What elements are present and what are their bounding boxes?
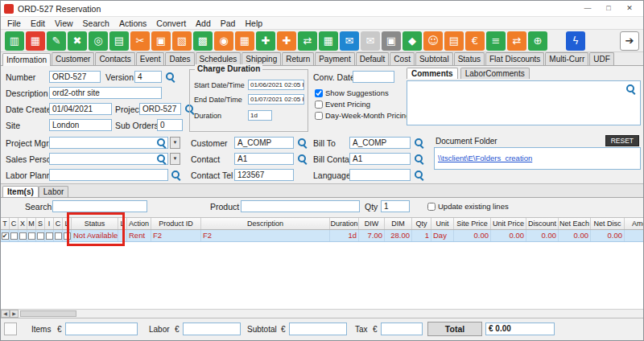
column-header[interactable]: X bbox=[19, 218, 27, 229]
main-tab[interactable]: Schedules bbox=[196, 52, 242, 65]
main-tab[interactable]: Shipping bbox=[242, 52, 281, 65]
language-field[interactable] bbox=[349, 169, 411, 181]
row-cell[interactable]: 0.00 bbox=[559, 230, 591, 241]
pricing-option[interactable]: Day-Week-Month Pricing bbox=[315, 111, 410, 120]
comments-search-icon[interactable] bbox=[625, 84, 636, 94]
sales-person-field[interactable] bbox=[49, 153, 168, 165]
main-tab[interactable]: Dates bbox=[165, 52, 194, 65]
exit-icon[interactable]: ➔ bbox=[620, 31, 639, 51]
row-checkbox[interactable] bbox=[46, 232, 53, 240]
row-checkbox[interactable] bbox=[55, 232, 62, 240]
date-created-field[interactable]: 01/04/2021 bbox=[49, 103, 112, 115]
pricing-option[interactable]: Event Pricing bbox=[315, 100, 410, 109]
main-tab[interactable]: Customer bbox=[52, 52, 94, 65]
row-checkbox[interactable] bbox=[19, 232, 27, 240]
close-button[interactable]: ✕ bbox=[619, 2, 640, 15]
number-field[interactable]: ORD-527 bbox=[49, 71, 101, 83]
item-tab[interactable]: Labor bbox=[39, 186, 69, 197]
grid-icon[interactable]: ▦ bbox=[319, 31, 338, 51]
row-cell[interactable]: 0.00 bbox=[491, 230, 526, 241]
conv-date-field[interactable] bbox=[353, 71, 394, 83]
items-total-field[interactable] bbox=[65, 323, 138, 335]
sales-person-search-icon[interactable] bbox=[156, 154, 167, 164]
maximize-button[interactable]: □ bbox=[598, 2, 619, 15]
column-header[interactable]: L bbox=[63, 218, 72, 229]
labor-planner-field[interactable] bbox=[49, 169, 168, 181]
document-folder-link[interactable]: \\tsclient\E\Folders_creation bbox=[438, 154, 532, 162]
labor-planner-search-icon[interactable] bbox=[171, 170, 181, 180]
row-cell[interactable]: 1 bbox=[412, 230, 431, 241]
calendar-icon[interactable]: ▦ bbox=[26, 31, 45, 51]
main-tab[interactable]: Flat Discounts bbox=[485, 52, 544, 65]
expand-icon[interactable]: ⇄ bbox=[298, 31, 317, 51]
comments-tab[interactable]: LaborComments bbox=[460, 68, 530, 79]
row-cell[interactable]: Day bbox=[431, 230, 454, 241]
table-row[interactable]: ✔ bbox=[1, 230, 643, 242]
row-checkbox[interactable] bbox=[64, 232, 71, 240]
minimize-button[interactable]: — bbox=[577, 2, 598, 15]
customer-search-icon[interactable] bbox=[297, 138, 308, 148]
item-tab[interactable]: Item(s) bbox=[2, 186, 39, 197]
row-check-cell[interactable] bbox=[63, 230, 72, 241]
chat-icon[interactable]: ✉ bbox=[340, 31, 359, 51]
horizontal-scrollbar[interactable]: ◀ ▶ bbox=[1, 309, 643, 318]
column-header[interactable]: Unit Price bbox=[491, 218, 526, 229]
column-header[interactable]: DIM bbox=[385, 218, 412, 229]
menu-item[interactable]: View bbox=[50, 18, 78, 29]
smiley-icon[interactable]: ☺ bbox=[423, 31, 443, 51]
row-cell[interactable]: 0.00 bbox=[591, 230, 625, 241]
copy-icon[interactable]: ▣ bbox=[151, 31, 171, 51]
row-check-cell[interactable] bbox=[36, 230, 45, 241]
lightning-icon[interactable]: ϟ bbox=[566, 31, 585, 51]
cart-add-icon[interactable]: ✚ bbox=[277, 31, 296, 51]
column-header[interactable]: L bbox=[118, 218, 127, 229]
column-header[interactable]: Amount bbox=[625, 218, 643, 229]
row-cell[interactable] bbox=[118, 230, 127, 241]
save-icon[interactable]: ▥ bbox=[5, 31, 24, 51]
item-search-field[interactable] bbox=[52, 200, 147, 212]
contact-field[interactable]: A1 bbox=[234, 153, 294, 165]
row-cell[interactable]: Rent bbox=[127, 230, 151, 241]
column-header[interactable]: Unit bbox=[431, 218, 454, 229]
preview-document-icon[interactable]: ▤ bbox=[109, 31, 129, 51]
bill-to-search-icon[interactable] bbox=[414, 138, 424, 148]
calculator-icon[interactable]: ≡ bbox=[486, 31, 506, 51]
column-header[interactable]: C bbox=[54, 218, 63, 229]
column-header[interactable]: I bbox=[45, 218, 54, 229]
row-check-cell[interactable] bbox=[45, 230, 54, 241]
column-header[interactable]: Duration bbox=[330, 218, 359, 229]
comments-textarea[interactable] bbox=[407, 80, 641, 125]
total-button[interactable]: Total bbox=[427, 322, 482, 336]
main-tab[interactable]: Multi-Curr bbox=[545, 52, 588, 65]
column-header[interactable]: M bbox=[27, 218, 36, 229]
pricing-option[interactable]: Show Suggestions bbox=[315, 88, 410, 97]
subtotal-field[interactable] bbox=[289, 323, 347, 335]
menu-item[interactable]: Actions bbox=[114, 18, 151, 29]
menu-item[interactable]: Help bbox=[240, 18, 267, 29]
row-cell[interactable]: Not Available bbox=[72, 230, 118, 241]
transfer-icon[interactable]: ⇄ bbox=[507, 31, 526, 51]
search-icon[interactable]: ◎ bbox=[89, 31, 108, 51]
row-checkbox[interactable] bbox=[10, 232, 18, 240]
column-header[interactable]: Net Each bbox=[559, 218, 591, 229]
column-header[interactable]: Discount bbox=[526, 218, 559, 229]
menu-item[interactable]: File bbox=[2, 18, 26, 29]
cart-icon[interactable]: ✚ bbox=[256, 31, 275, 51]
column-header[interactable]: Qty bbox=[412, 218, 431, 229]
row-check-cell[interactable] bbox=[19, 230, 27, 241]
pricing-option-checkbox[interactable] bbox=[315, 89, 323, 97]
row-check-cell[interactable] bbox=[54, 230, 63, 241]
bill-contact-search-icon[interactable] bbox=[414, 154, 424, 164]
column-header[interactable]: T bbox=[1, 218, 10, 229]
column-header[interactable]: Product ID bbox=[151, 218, 201, 229]
paste-icon[interactable]: ▧ bbox=[172, 31, 192, 51]
main-tab[interactable]: Contacts bbox=[95, 52, 134, 65]
sales-person-dropdown-arrow[interactable]: ▼ bbox=[170, 153, 180, 165]
column-header[interactable]: C bbox=[10, 218, 19, 229]
language-search-icon[interactable] bbox=[414, 170, 424, 180]
labor-total-field[interactable] bbox=[183, 323, 241, 335]
site-field[interactable]: London bbox=[49, 119, 112, 131]
invoice-icon[interactable]: ▤ bbox=[444, 31, 464, 51]
menu-item[interactable]: Convert bbox=[151, 18, 191, 29]
bill-to-field[interactable]: A_COMP bbox=[349, 137, 411, 149]
